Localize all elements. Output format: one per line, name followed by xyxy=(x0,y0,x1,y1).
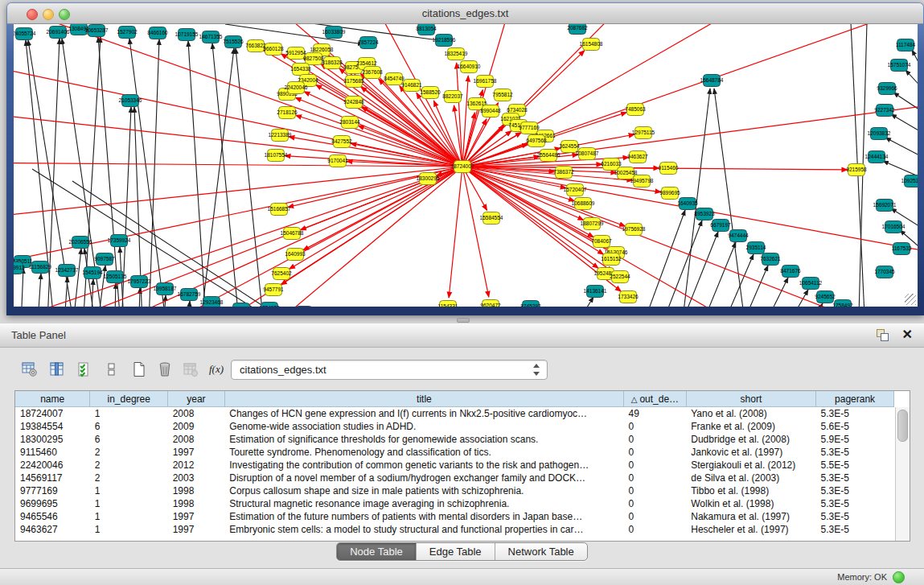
table-cell[interactable]: Tibbo et al. (1998) xyxy=(686,484,815,497)
table-row[interactable]: 911546021997Tourette syndrome. Phenomeno… xyxy=(15,446,894,459)
new-document-icon[interactable] xyxy=(129,359,150,380)
table-cell[interactable]: 2008 xyxy=(168,433,225,446)
close-panel-icon[interactable]: ✕ xyxy=(902,327,913,342)
table-cell[interactable]: Estimation of significance thresholds fo… xyxy=(224,433,623,446)
attribute-table[interactable]: namein_degreeyeartitle△out_de…shortpager… xyxy=(14,390,910,542)
table-cell[interactable]: 6 xyxy=(90,433,168,446)
column-header[interactable]: short xyxy=(686,391,815,407)
column-header[interactable]: △out_de… xyxy=(624,391,687,407)
table-cell[interactable]: 5.3E-5 xyxy=(816,472,894,484)
table-cell[interactable]: 1 xyxy=(90,497,168,510)
table-cell[interactable]: 0 xyxy=(624,484,687,497)
table-cell[interactable]: 0 xyxy=(624,446,687,459)
table-cell[interactable]: 18300295 xyxy=(15,433,90,446)
table-cell[interactable]: 2003 xyxy=(168,472,225,484)
table-cell[interactable]: 9699695 xyxy=(15,497,90,510)
table-row[interactable]: 2242004622012Investigating the contribut… xyxy=(15,459,894,472)
table-cell[interactable]: Franke et al. (2009) xyxy=(686,420,815,433)
table-cell[interactable]: de Silva et al. (2003) xyxy=(686,472,815,484)
splitter-handle-icon[interactable] xyxy=(457,318,470,323)
table-cell[interactable]: Structural magnetic resonance image aver… xyxy=(224,497,623,510)
table-cell[interactable]: Jankovic et al. (1997) xyxy=(686,446,815,459)
table-cell[interactable]: 5.6E-5 xyxy=(816,420,894,433)
table-cell[interactable]: 6 xyxy=(90,420,168,433)
table-row[interactable]: 946362711997Embryonic stem cells: a mode… xyxy=(15,523,894,536)
table-cell[interactable]: Genome-wide association studies in ADHD. xyxy=(224,420,623,433)
table-cell[interactable]: Nakamura et al. (1997) xyxy=(686,510,815,523)
table-cell[interactable]: 2009 xyxy=(168,420,225,433)
table-cell[interactable]: 5.9E-5 xyxy=(816,433,894,446)
table-scrollbar[interactable] xyxy=(895,407,910,541)
table-cell[interactable]: 5.3E-5 xyxy=(816,523,894,536)
table-cell[interactable]: Corpus callosum shape and size in male p… xyxy=(224,484,623,497)
table-cell[interactable]: 1998 xyxy=(168,484,225,497)
tab-edge-table[interactable]: Edge Table xyxy=(417,543,495,560)
function-icon[interactable]: f(x) xyxy=(206,359,227,380)
table-cell[interactable]: Estimation of the future numbers of pati… xyxy=(224,510,623,523)
column-header[interactable]: year xyxy=(168,391,225,407)
table-row[interactable]: 1938455462009Genome-wide association stu… xyxy=(15,420,894,433)
table-cell[interactable]: 9463627 xyxy=(15,523,90,536)
table-cell[interactable]: 0 xyxy=(624,459,687,472)
delete-icon[interactable] xyxy=(154,359,175,380)
network-window-titlebar[interactable]: citations_edges.txt xyxy=(7,3,923,24)
table-cell[interactable]: 0 xyxy=(624,510,687,523)
table-cell[interactable]: Tourette syndrome. Phenomenology and cla… xyxy=(224,446,623,459)
table-cell[interactable]: 22420046 xyxy=(15,459,90,472)
column-header[interactable]: in_degree xyxy=(90,391,168,407)
table-row[interactable]: 969969511998Structural magnetic resonanc… xyxy=(15,497,894,510)
network-canvas[interactable]: 2405572420691406130849210653287152790284… xyxy=(14,24,918,307)
table-cell[interactable]: 1998 xyxy=(168,497,225,510)
tab-node-table[interactable]: Node Table xyxy=(337,543,417,560)
table-cell[interactable]: 5.5E-5 xyxy=(816,459,894,472)
table-selector-dropdown[interactable]: citations_edges.txt xyxy=(231,360,548,380)
table-cell[interactable]: Yano et al. (2008) xyxy=(686,407,815,421)
table-cell[interactable]: 2 xyxy=(90,459,168,472)
network-graph[interactable]: 2405572420691406130849210653287152790284… xyxy=(14,24,918,307)
table-cell[interactable]: 9115460 xyxy=(15,446,90,459)
table-cell[interactable]: 1997 xyxy=(168,523,225,536)
table-cell[interactable]: 1997 xyxy=(168,510,225,523)
table-cell[interactable]: 5.3E-5 xyxy=(816,446,894,459)
table-cell[interactable]: 1 xyxy=(90,510,168,523)
tab-network-table[interactable]: Network Table xyxy=(495,543,587,560)
table-cell[interactable]: Embryonic stem cells: a model to study s… xyxy=(224,523,623,536)
table-cell[interactable]: 0 xyxy=(624,497,687,510)
row-select-icon[interactable] xyxy=(74,359,95,380)
table-row[interactable]: 1872400712008Changes of HCN gene express… xyxy=(15,407,894,421)
table-cell[interactable]: Wolkin et al. (1998) xyxy=(686,497,815,510)
table-cell[interactable]: 0 xyxy=(624,472,687,484)
table-cell[interactable]: Investigating the contribution of common… xyxy=(224,459,623,472)
table-cell[interactable]: 9465546 xyxy=(15,510,90,523)
table-header-row[interactable]: namein_degreeyeartitle△out_de…shortpager… xyxy=(15,391,894,407)
table-cell[interactable]: 5.3E-5 xyxy=(816,510,894,523)
table-row[interactable]: 1830029562008Estimation of significance … xyxy=(15,433,894,446)
table-cell[interactable]: 1 xyxy=(90,484,168,497)
panel-splitter[interactable] xyxy=(0,315,924,323)
table-cell[interactable]: 2 xyxy=(90,446,168,459)
column-header[interactable]: title xyxy=(224,391,623,407)
show-columns-icon[interactable] xyxy=(47,359,68,380)
table-cell[interactable]: 0 xyxy=(624,420,687,433)
graph-node[interactable] xyxy=(296,307,313,307)
table-settings-icon[interactable] xyxy=(19,359,40,380)
table-cell[interactable]: 5.3E-5 xyxy=(816,497,894,510)
table-cell[interactable]: 1997 xyxy=(168,446,225,459)
table-cell[interactable]: Hescheler et al. (1997) xyxy=(686,523,815,536)
table-scrollbar-thumb[interactable] xyxy=(897,410,908,442)
cells-icon[interactable] xyxy=(101,359,122,380)
table-cell[interactable]: 1 xyxy=(90,407,168,421)
table-cell[interactable]: Stergiakouli et al. (2012) xyxy=(686,459,815,472)
table-cell[interactable]: 14569117 xyxy=(15,472,90,484)
table-cell[interactable]: 1 xyxy=(90,523,168,536)
table-cell[interactable]: 5.3E-5 xyxy=(816,484,894,497)
table-cell[interactable]: 2008 xyxy=(168,407,225,421)
table-cell[interactable]: 19384554 xyxy=(15,420,90,433)
table-cell[interactable]: 2012 xyxy=(168,459,225,472)
table-row[interactable]: 1456911722003Disruption of a novel membe… xyxy=(15,472,894,484)
column-header[interactable]: pagerank xyxy=(816,391,894,407)
table-cell[interactable]: Changes of HCN gene expression and I(f) … xyxy=(224,407,623,421)
import-table-icon[interactable] xyxy=(180,359,201,380)
window-resize-grip[interactable] xyxy=(905,294,916,305)
table-row[interactable]: 977716911998Corpus callosum shape and si… xyxy=(15,484,894,497)
